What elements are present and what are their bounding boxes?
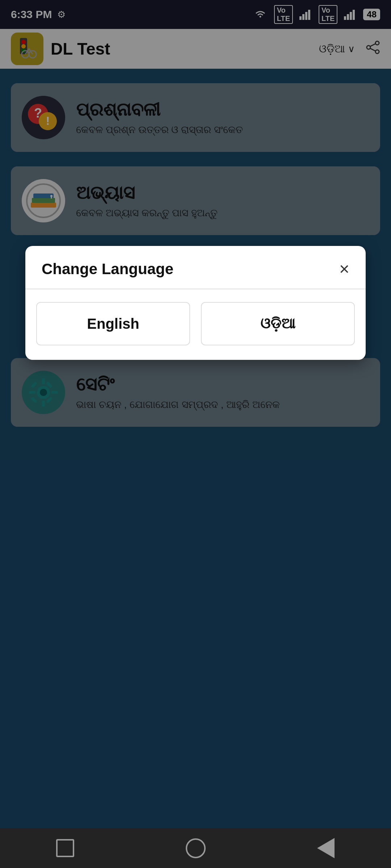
dialog-title: Change Language [42, 260, 173, 278]
dialog-header: Change Language × [25, 246, 366, 289]
dialog-overlay[interactable] [0, 0, 391, 868]
dialog-options: English ଓଡ଼ିଆ [25, 289, 366, 360]
dialog-close-button[interactable]: × [339, 260, 349, 278]
language-option-odia[interactable]: ଓଡ଼ିଆ [201, 302, 355, 345]
language-option-english[interactable]: English [36, 302, 190, 345]
change-language-dialog: Change Language × English ଓଡ଼ିଆ [25, 246, 366, 360]
